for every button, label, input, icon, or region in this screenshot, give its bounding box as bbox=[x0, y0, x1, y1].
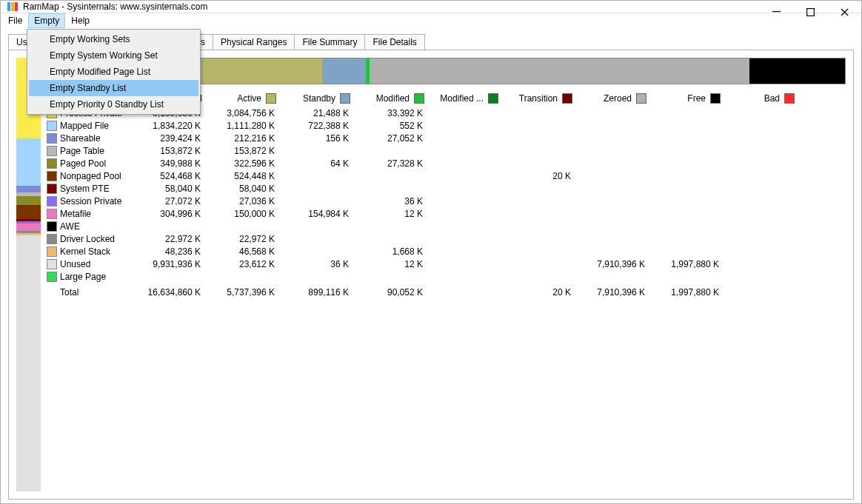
table-row-total: Total16,634,860 K5,737,396 K899,116 K90,… bbox=[47, 286, 846, 298]
menu-empty-system-ws[interactable]: Empty System Working Set bbox=[29, 47, 198, 64]
table-row[interactable]: AWE bbox=[47, 220, 846, 232]
menu-empty-modified[interactable]: Empty Modified Page List bbox=[29, 64, 198, 80]
swatch-active-icon bbox=[266, 93, 276, 104]
cell-zeroed: 7,910,396 K bbox=[578, 287, 652, 298]
row-label: Page Table bbox=[60, 146, 134, 156]
row-swatch-icon bbox=[47, 246, 57, 257]
menu-empty-standby[interactable]: Empty Standby List bbox=[29, 80, 198, 96]
row-swatch-icon bbox=[47, 259, 57, 269]
cell-total: 153,872 K bbox=[134, 146, 208, 156]
table-row[interactable]: Paged Pool349,988 K322,596 K64 K27,328 K bbox=[47, 157, 846, 169]
header-standby: Standby bbox=[303, 93, 335, 104]
menu-file[interactable]: File bbox=[2, 13, 28, 28]
header-active: Active bbox=[237, 93, 261, 104]
table-row[interactable]: Driver Locked22,972 K22,972 K bbox=[47, 232, 846, 245]
main-panel: Total Active Standby Modified Modified .… bbox=[47, 58, 846, 491]
tab-physical-ranges[interactable]: Physical Ranges bbox=[213, 34, 295, 50]
cell-standby: 36 K bbox=[282, 259, 356, 269]
row-label: System PTE bbox=[60, 184, 134, 194]
window-title: RamMap - Sysinternals: www.sysinternals.… bbox=[23, 1, 207, 12]
cell-total: 22,972 K bbox=[134, 234, 208, 244]
row-label: Total bbox=[60, 287, 134, 298]
tab-file-details[interactable]: File Details bbox=[364, 34, 424, 50]
row-swatch-icon bbox=[47, 133, 57, 144]
cell-active: 46,568 K bbox=[208, 246, 282, 257]
titlebar[interactable]: RamMap - Sysinternals: www.sysinternals.… bbox=[1, 1, 861, 13]
cell-active: 524,448 K bbox=[208, 171, 282, 181]
menu-help[interactable]: Help bbox=[65, 13, 96, 28]
tab-content: Total Active Standby Modified Modified .… bbox=[8, 50, 854, 500]
cell-active: 3,084,756 K bbox=[208, 108, 282, 118]
cell-active: 22,972 K bbox=[208, 234, 282, 244]
cell-modified: 552 K bbox=[356, 121, 430, 131]
cell-standby: 64 K bbox=[282, 158, 356, 169]
table-row[interactable]: System PTE58,040 K58,040 K bbox=[47, 182, 846, 195]
cell-active: 150,000 K bbox=[208, 209, 282, 219]
swatch-standby-icon bbox=[340, 93, 350, 104]
cell-modified: 27,052 K bbox=[356, 133, 430, 144]
row-label: Kernel Stack bbox=[60, 246, 134, 257]
table-row[interactable]: Page Table153,872 K153,872 K bbox=[47, 144, 846, 157]
table-row[interactable]: Large Page bbox=[47, 270, 846, 283]
cell-active: 58,040 K bbox=[208, 184, 282, 194]
cell-standby: 21,488 K bbox=[282, 108, 356, 118]
cell-total: 304,996 K bbox=[134, 209, 208, 219]
row-label: Metafile bbox=[60, 209, 134, 219]
cell-total: 1,834,220 K bbox=[134, 121, 208, 131]
row-swatch-icon bbox=[47, 121, 57, 131]
app-icon bbox=[7, 1, 19, 13]
bar-seg-free bbox=[749, 58, 845, 84]
row-swatch-icon bbox=[47, 221, 57, 232]
cell-standby: 722,388 K bbox=[282, 121, 356, 131]
row-swatch-icon bbox=[47, 209, 57, 219]
side-seg-unused bbox=[16, 235, 41, 491]
row-swatch-icon bbox=[47, 287, 57, 298]
menu-empty[interactable]: Empty bbox=[28, 13, 65, 28]
cell-modified: 36 K bbox=[356, 196, 430, 206]
row-swatch-icon bbox=[47, 184, 57, 194]
menu-empty-priority0[interactable]: Empty Priority 0 Standby List bbox=[29, 96, 198, 112]
svg-rect-3 bbox=[772, 11, 781, 12]
table-row[interactable]: Session Private27,072 K27,036 K36 K bbox=[47, 195, 846, 207]
header-transition: Transition bbox=[519, 93, 558, 104]
swatch-zeroed-icon bbox=[636, 93, 646, 104]
row-label: Unused bbox=[60, 259, 134, 269]
cell-total: 16,634,860 K bbox=[134, 287, 208, 298]
side-seg-paged-pool bbox=[16, 196, 41, 205]
row-swatch-icon bbox=[47, 158, 57, 169]
swatch-bad-icon bbox=[784, 93, 795, 104]
swatch-modified-nw-icon bbox=[488, 93, 498, 104]
cell-active: 23,612 K bbox=[208, 259, 282, 269]
row-label: Nonpaged Pool bbox=[60, 171, 134, 181]
cell-free: 1,997,880 K bbox=[652, 259, 726, 269]
table-row[interactable]: Kernel Stack48,236 K46,568 K1,668 K bbox=[47, 245, 846, 258]
table-row[interactable]: Metafile304,996 K150,000 K154,984 K12 K bbox=[47, 207, 846, 220]
svg-rect-1 bbox=[11, 2, 14, 11]
cell-modified: 12 K bbox=[356, 209, 430, 219]
table-row[interactable]: Mapped File1,834,220 K1,111,280 K722,388… bbox=[47, 119, 846, 132]
header-free: Free bbox=[687, 93, 706, 104]
cell-transition: 20 K bbox=[504, 171, 578, 181]
cell-total: 349,988 K bbox=[134, 158, 208, 169]
table-row[interactable]: Nonpaged Pool524,468 K524,448 K20 K bbox=[47, 169, 846, 182]
menu-empty-working-sets[interactable]: Empty Working Sets bbox=[29, 31, 198, 47]
table-row[interactable]: Shareable239,424 K212,216 K156 K27,052 K bbox=[47, 132, 846, 144]
table-row[interactable]: Unused9,931,936 K23,612 K36 K12 K7,910,3… bbox=[47, 258, 846, 270]
side-seg-metafile bbox=[16, 224, 41, 232]
cell-active: 153,872 K bbox=[208, 146, 282, 156]
cell-active: 5,737,396 K bbox=[208, 287, 282, 298]
swatch-transition-icon bbox=[562, 93, 572, 104]
cell-standby: 156 K bbox=[282, 133, 356, 144]
header-zeroed: Zeroed bbox=[604, 93, 632, 104]
cell-total: 239,424 K bbox=[134, 133, 208, 144]
use-sidebar-chart bbox=[16, 58, 41, 491]
menu-empty-dropdown: Empty Working Sets Empty System Working … bbox=[27, 29, 201, 115]
cell-total: 58,040 K bbox=[134, 184, 208, 194]
tab-file-summary[interactable]: File Summary bbox=[294, 34, 365, 50]
row-swatch-icon bbox=[47, 234, 57, 244]
row-label: Session Private bbox=[60, 196, 134, 206]
side-seg-mapped-file bbox=[16, 138, 41, 186]
cell-free: 1,997,880 K bbox=[652, 287, 726, 298]
cell-zeroed: 7,910,396 K bbox=[578, 259, 652, 269]
cell-modified: 90,052 K bbox=[356, 287, 430, 298]
